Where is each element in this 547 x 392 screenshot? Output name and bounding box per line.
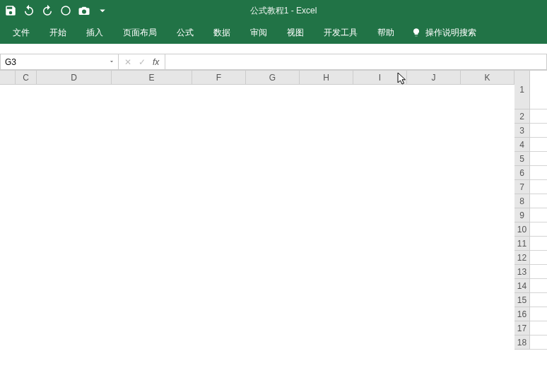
- title-bar: 公式教程1 - Excel: [0, 0, 547, 21]
- formula-bar-row: ✕ ✓ fx: [0, 54, 547, 71]
- row-header-13[interactable]: 13: [514, 265, 530, 279]
- row-header-10[interactable]: 10: [514, 222, 530, 237]
- column-header-C[interactable]: C: [16, 71, 37, 85]
- column-header-J[interactable]: J: [407, 71, 461, 85]
- row-header-16[interactable]: 16: [514, 307, 530, 321]
- tab-formulas[interactable]: 公式: [167, 23, 204, 43]
- column-header-F[interactable]: F: [192, 71, 246, 85]
- undo-icon[interactable]: [23, 4, 35, 17]
- tell-me-label: 操作说明搜索: [425, 27, 476, 39]
- select-all-corner[interactable]: [0, 71, 16, 85]
- tab-insert[interactable]: 插入: [76, 23, 113, 43]
- column-header-G[interactable]: G: [246, 71, 300, 85]
- tab-developer[interactable]: 开发工具: [314, 23, 367, 43]
- tab-view[interactable]: 视图: [277, 23, 314, 43]
- camera-icon[interactable]: [78, 4, 90, 17]
- quick-access-toolbar: [4, 4, 109, 17]
- row-header-3[interactable]: 3: [514, 124, 530, 138]
- tab-file[interactable]: 文件: [3, 23, 40, 43]
- svg-point-0: [61, 6, 70, 15]
- column-header-K[interactable]: K: [461, 71, 514, 85]
- row-header-1[interactable]: 1: [514, 71, 530, 109]
- name-box-input[interactable]: [5, 57, 114, 67]
- row-header-4[interactable]: 4: [514, 138, 530, 152]
- name-box[interactable]: [0, 54, 119, 70]
- row-header-11[interactable]: 11: [514, 237, 530, 251]
- formula-input-wrap: [165, 54, 547, 70]
- column-header-D[interactable]: D: [37, 71, 112, 85]
- ribbon-tabs: 文件 开始 插入 页面布局 公式 数据 审阅 视图 开发工具 帮助 操作说明搜索: [0, 21, 547, 44]
- cancel-icon[interactable]: ✕: [124, 57, 131, 67]
- formula-controls: ✕ ✓ fx: [119, 54, 165, 70]
- cursor-icon: [397, 72, 408, 88]
- row-header-14[interactable]: 14: [514, 279, 530, 293]
- row-header-6[interactable]: 6: [514, 166, 530, 180]
- name-box-dropdown-icon[interactable]: [108, 57, 115, 67]
- tab-review[interactable]: 审阅: [240, 23, 277, 43]
- row-header-8[interactable]: 8: [514, 194, 530, 208]
- tab-home[interactable]: 开始: [40, 23, 76, 43]
- row-header-5[interactable]: 5: [514, 152, 530, 166]
- formula-input[interactable]: [165, 54, 546, 69]
- worksheet: CDEFGHIJK123456789101112131415161718水果数量…: [0, 71, 547, 392]
- cell-grid[interactable]: 水果数量苹果50橙子20香蕉60柠檬40苹果50橙子20香蕉60柠檬40苹果50…: [530, 71, 547, 350]
- row-header-18[interactable]: 18: [514, 335, 530, 350]
- lightbulb-icon: [411, 28, 421, 37]
- touch-mode-icon[interactable]: [59, 4, 72, 17]
- column-header-H[interactable]: H: [300, 71, 353, 85]
- tab-data[interactable]: 数据: [204, 23, 240, 43]
- row-header-7[interactable]: 7: [514, 180, 530, 194]
- redo-icon[interactable]: [41, 4, 54, 17]
- row-headers: 123456789101112131415161718: [514, 71, 530, 392]
- qat-dropdown-icon[interactable]: [96, 4, 109, 17]
- tab-page-layout[interactable]: 页面布局: [113, 23, 167, 43]
- enter-icon[interactable]: ✓: [139, 57, 146, 67]
- row-header-9[interactable]: 9: [514, 208, 530, 222]
- row-header-12[interactable]: 12: [514, 251, 530, 265]
- fx-icon[interactable]: fx: [153, 57, 159, 67]
- row-header-15[interactable]: 15: [514, 293, 530, 307]
- app-title: 公式教程1 - Excel: [109, 5, 458, 17]
- save-icon[interactable]: [4, 4, 17, 17]
- tab-help[interactable]: 帮助: [367, 23, 404, 43]
- row-header-2[interactable]: 2: [514, 109, 530, 124]
- column-header-E[interactable]: E: [112, 71, 192, 85]
- tell-me[interactable]: 操作说明搜索: [404, 23, 483, 43]
- row-header-17[interactable]: 17: [514, 321, 530, 335]
- column-headers: CDEFGHIJK: [16, 71, 514, 85]
